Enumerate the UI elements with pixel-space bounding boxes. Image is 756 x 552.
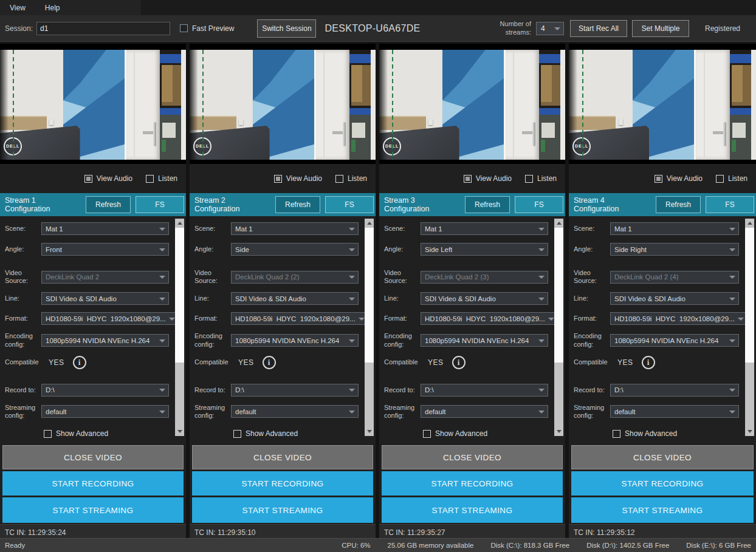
show-advanced-checkbox[interactable]: Show Advanced bbox=[613, 429, 677, 438]
scrollbar[interactable] bbox=[745, 219, 754, 436]
scroll-up-icon[interactable] bbox=[554, 219, 563, 228]
fast-preview-checkbox[interactable]: Fast Preview bbox=[180, 24, 234, 33]
close-video-button[interactable]: CLOSE VIDEO bbox=[382, 445, 563, 469]
chevron-down-icon bbox=[159, 411, 165, 414]
scroll-up-icon[interactable] bbox=[365, 219, 374, 228]
video-source-select[interactable]: DeckLink Quad 2 (3) bbox=[421, 271, 548, 284]
fullscreen-button[interactable]: FS bbox=[515, 196, 563, 213]
info-icon[interactable]: i bbox=[452, 356, 466, 369]
angle-select[interactable]: Side Left bbox=[421, 243, 548, 256]
start-streaming-button[interactable]: START STREAMING bbox=[192, 497, 373, 523]
show-advanced-checkbox[interactable]: Show Advanced bbox=[44, 429, 108, 438]
scroll-down-icon[interactable] bbox=[175, 427, 184, 436]
refresh-button[interactable]: Refresh bbox=[656, 196, 701, 213]
scroll-up-icon[interactable] bbox=[745, 219, 754, 228]
scene-select[interactable]: Mat 1 bbox=[610, 222, 739, 235]
show-advanced-checkbox[interactable]: Show Advanced bbox=[233, 429, 298, 438]
encoding-config-select[interactable]: 1080p5994 NVIDIA NVEnc H.264 bbox=[610, 334, 739, 347]
listen-checkbox[interactable]: Listen bbox=[146, 174, 177, 183]
scene-select[interactable]: Mat 1 bbox=[231, 222, 359, 235]
scroll-up-icon[interactable] bbox=[175, 219, 184, 228]
refresh-button[interactable]: Refresh bbox=[465, 196, 510, 213]
listen-checkbox[interactable]: Listen bbox=[525, 174, 557, 183]
line-select[interactable]: SDI Video & SDI Audio bbox=[41, 292, 169, 305]
streaming-config-select[interactable]: default bbox=[610, 405, 739, 418]
angle-select[interactable]: Side Right bbox=[610, 243, 739, 256]
info-icon[interactable]: i bbox=[642, 356, 655, 369]
video-source-select[interactable]: DeckLink Quad 2 (4) bbox=[610, 271, 739, 284]
close-video-button[interactable]: CLOSE VIDEO bbox=[2, 445, 184, 469]
start-streaming-button[interactable]: START STREAMING bbox=[382, 497, 563, 523]
menu-view[interactable]: View bbox=[0, 0, 35, 15]
view-audio-checkbox[interactable]: View Audio bbox=[274, 174, 322, 183]
record-to-select[interactable]: D:\ bbox=[610, 384, 739, 397]
info-icon[interactable]: i bbox=[263, 356, 276, 369]
encoding-config-label: Encoding config: bbox=[574, 332, 610, 348]
close-video-button[interactable]: CLOSE VIDEO bbox=[571, 445, 754, 469]
format-label: Format: bbox=[574, 315, 610, 322]
record-to-select[interactable]: D:\ bbox=[41, 384, 169, 397]
start-recording-button[interactable]: START RECORDING bbox=[571, 471, 754, 496]
listen-checkbox[interactable]: Listen bbox=[335, 174, 367, 183]
fullscreen-button[interactable]: FS bbox=[325, 196, 374, 213]
scrollbar[interactable] bbox=[365, 219, 374, 436]
start-streaming-button[interactable]: START STREAMING bbox=[2, 497, 184, 523]
start-recording-button[interactable]: START RECORDING bbox=[192, 471, 373, 496]
video-preview[interactable]: DELL bbox=[190, 44, 376, 164]
streaming-config-select[interactable]: default bbox=[421, 405, 548, 418]
refresh-button[interactable]: Refresh bbox=[86, 196, 131, 213]
encoding-config-select[interactable]: 1080p5994 NVIDIA NVEnc H.264 bbox=[231, 334, 359, 347]
streaming-config-select[interactable]: default bbox=[231, 405, 359, 418]
scene-select[interactable]: Mat 1 bbox=[41, 222, 169, 235]
format-select[interactable]: HD1080-59i HDYC 1920x1080@29... bbox=[421, 312, 558, 325]
start-rec-all-button[interactable]: Start Rec All bbox=[570, 20, 627, 37]
info-icon[interactable]: i bbox=[73, 356, 86, 369]
start-streaming-button[interactable]: START STREAMING bbox=[571, 497, 754, 523]
line-select[interactable]: SDI Video & SDI Audio bbox=[610, 292, 739, 305]
scene-select[interactable]: Mat 1 bbox=[421, 222, 548, 235]
menu-help[interactable]: Help bbox=[35, 0, 70, 15]
streaming-config-select[interactable]: default bbox=[41, 405, 169, 418]
scroll-down-icon[interactable] bbox=[745, 427, 754, 436]
video-source-select[interactable]: DeckLink Quad 2 bbox=[41, 271, 169, 284]
video-preview[interactable]: DELL bbox=[379, 44, 565, 164]
show-advanced-checkbox[interactable]: Show Advanced bbox=[423, 429, 487, 438]
line-select[interactable]: SDI Video & SDI Audio bbox=[231, 292, 359, 305]
fullscreen-button[interactable]: FS bbox=[136, 196, 184, 213]
line-select[interactable]: SDI Video & SDI Audio bbox=[421, 292, 548, 305]
video-preview[interactable]: DELL bbox=[569, 44, 756, 164]
listen-checkbox[interactable]: Listen bbox=[716, 174, 747, 183]
scroll-down-icon[interactable] bbox=[554, 427, 563, 436]
encoding-config-select[interactable]: 1080p5994 NVIDIA NVEnc H.264 bbox=[421, 334, 548, 347]
start-recording-button[interactable]: START RECORDING bbox=[382, 471, 563, 496]
scrollbar-thumb[interactable] bbox=[554, 228, 563, 363]
scroll-down-icon[interactable] bbox=[365, 427, 374, 436]
view-audio-checkbox[interactable]: View Audio bbox=[655, 174, 703, 183]
video-source-select[interactable]: DeckLink Quad 2 (2) bbox=[231, 271, 359, 284]
scrollbar-thumb[interactable] bbox=[745, 228, 754, 363]
encoding-config-select[interactable]: 1080p5994 NVIDIA NVEnc H.264 bbox=[41, 334, 169, 347]
start-recording-button[interactable]: START RECORDING bbox=[2, 471, 184, 496]
switch-session-button[interactable]: Switch Session bbox=[257, 19, 316, 38]
record-to-select[interactable]: D:\ bbox=[231, 384, 359, 397]
format-select[interactable]: HD1080-59i HDYC 1920x1080@29... bbox=[41, 312, 179, 325]
scrollbar-thumb[interactable] bbox=[365, 228, 374, 363]
angle-select[interactable]: Side bbox=[231, 243, 359, 256]
close-video-button[interactable]: CLOSE VIDEO bbox=[192, 445, 373, 469]
fullscreen-button[interactable]: FS bbox=[706, 196, 754, 213]
format-select[interactable]: HD1080-59i HDYC 1920x1080@29... bbox=[231, 312, 368, 325]
refresh-button[interactable]: Refresh bbox=[275, 196, 320, 213]
video-preview[interactable]: DELL bbox=[0, 44, 186, 164]
scrollbar[interactable] bbox=[175, 219, 184, 436]
scrollbar-thumb[interactable] bbox=[175, 228, 184, 363]
chevron-down-icon bbox=[159, 248, 165, 251]
angle-select[interactable]: Front bbox=[41, 243, 169, 256]
format-select[interactable]: HD1080-59i HDYC 1920x1080@29... bbox=[610, 312, 747, 325]
session-input[interactable] bbox=[36, 22, 170, 35]
view-audio-checkbox[interactable]: View Audio bbox=[464, 174, 512, 183]
set-multiple-button[interactable]: Set Multiple bbox=[632, 20, 689, 37]
record-to-select[interactable]: D:\ bbox=[421, 384, 548, 397]
scrollbar[interactable] bbox=[554, 219, 563, 436]
num-streams-select[interactable]: 4 bbox=[536, 22, 564, 35]
view-audio-checkbox[interactable]: View Audio bbox=[84, 174, 132, 183]
